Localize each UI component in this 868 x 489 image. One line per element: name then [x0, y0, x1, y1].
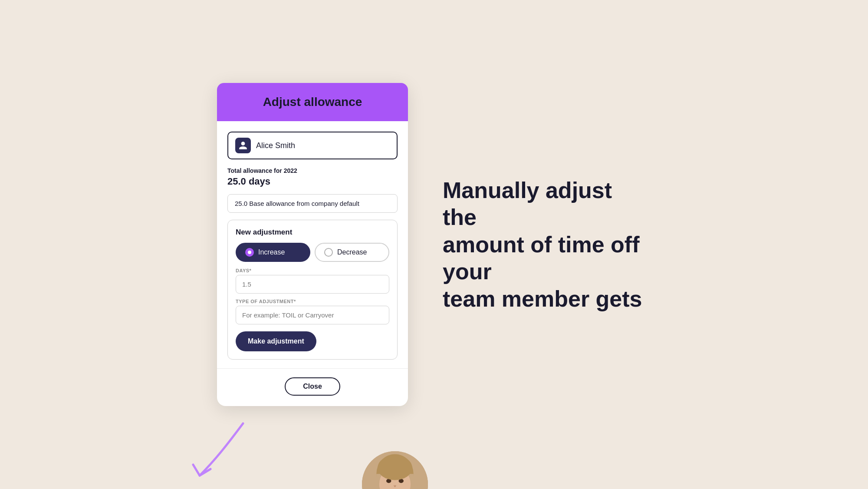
days-input-group: DAYS*	[236, 268, 389, 294]
user-field[interactable]: Alice Smith	[227, 132, 398, 159]
svg-point-6	[378, 456, 412, 480]
adjustment-title: New adjustment	[236, 228, 389, 237]
left-panel: Adjust allowance Alice Smith Total allow…	[217, 83, 408, 406]
type-input[interactable]	[236, 306, 389, 324]
decrease-radio[interactable]: Decrease	[315, 243, 389, 262]
make-adjustment-button[interactable]: Make adjustment	[236, 331, 316, 351]
increase-radio-circle	[245, 248, 254, 257]
profile-photo	[360, 449, 430, 489]
modal-title: Adjust allowance	[226, 95, 399, 109]
modal-footer: Close	[217, 368, 408, 406]
days-input-label: DAYS*	[236, 268, 389, 273]
hero-line3: team member gets	[443, 286, 642, 311]
allowance-days: 25.0 days	[227, 176, 398, 187]
type-input-group: TYPE OF ADJUSTMENT*	[236, 299, 389, 324]
hero-line2: amount of time off your	[443, 232, 640, 284]
days-input[interactable]	[236, 275, 389, 294]
user-name: Alice Smith	[256, 141, 295, 150]
allowance-info: Total allowance for 2022 25.0 days	[227, 167, 398, 187]
page-container: Adjust allowance Alice Smith Total allow…	[0, 0, 868, 489]
arrow-decoration	[174, 415, 260, 489]
allowance-label: Total allowance for 2022	[227, 167, 398, 174]
hero-text: Manually adjust the amount of time off y…	[443, 177, 651, 312]
modal-body: Alice Smith Total allowance for 2022 25.…	[217, 121, 408, 360]
decrease-label: Decrease	[337, 248, 367, 256]
close-button[interactable]: Close	[285, 377, 340, 396]
profile-placeholder	[362, 451, 428, 489]
hero-line1: Manually adjust the	[443, 178, 612, 230]
modal-card: Adjust allowance Alice Smith Total allow…	[217, 83, 408, 406]
modal-header: Adjust allowance	[217, 83, 408, 121]
decrease-radio-circle	[324, 248, 333, 257]
radio-group: Increase Decrease	[236, 243, 389, 262]
base-allowance-box: 25.0 Base allowance from company default	[227, 194, 398, 213]
user-avatar-icon	[235, 138, 251, 153]
right-panel: Manually adjust the amount of time off y…	[443, 177, 651, 312]
adjustment-section: New adjustment Increase Decrease	[227, 220, 398, 360]
increase-label: Increase	[258, 248, 285, 256]
increase-radio[interactable]: Increase	[236, 243, 310, 262]
type-input-label: TYPE OF ADJUSTMENT*	[236, 299, 389, 304]
